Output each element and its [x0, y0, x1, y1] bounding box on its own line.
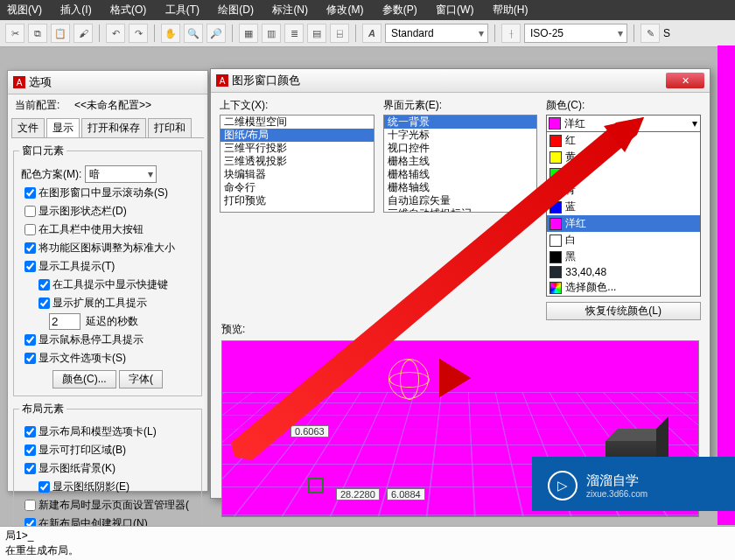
- menu-dim[interactable]: 标注(N): [272, 4, 308, 16]
- menu-tools[interactable]: 工具(T): [165, 4, 200, 16]
- zoom2-icon[interactable]: 🔎: [206, 24, 226, 43]
- new-icon[interactable]: ✂: [5, 24, 24, 43]
- element-item[interactable]: 自动追踪矢量: [384, 194, 537, 207]
- color-label: 颜色(C):: [546, 98, 701, 113]
- menu-insert[interactable]: 插入(I): [60, 4, 91, 16]
- menu-view[interactable]: 视图(V): [7, 4, 42, 16]
- chk-exttip[interactable]: 显示扩展的工具提示: [33, 295, 196, 312]
- menu-help[interactable]: 帮助(H): [493, 4, 528, 16]
- calc-icon[interactable]: ⌸: [330, 24, 349, 43]
- copy-icon[interactable]: ⧉: [28, 24, 47, 43]
- element-item[interactable]: 栅格主线: [384, 155, 537, 168]
- chk-status[interactable]: 显示图形状态栏(D): [19, 203, 196, 220]
- text-icon[interactable]: A: [362, 24, 382, 43]
- chk-shortcut[interactable]: 在工具提示中显示快捷键: [33, 276, 196, 293]
- color-scheme-dropdown[interactable]: 暗: [85, 165, 157, 183]
- element-column: 界面元素(E): 统一背景十字光标视口控件栅格主线栅格辅线栅格轴线自动追踪矢量三…: [383, 98, 538, 320]
- color-option[interactable]: 红: [547, 132, 700, 149]
- menu-bar: 视图(V) 插入(I) 格式(O) 工具(T) 绘图(D) 标注(N) 修改(M…: [0, 0, 735, 20]
- color-option[interactable]: 黑: [547, 248, 700, 265]
- undo-icon[interactable]: ↶: [106, 24, 125, 43]
- text-style-combo[interactable]: Standard: [385, 24, 488, 43]
- context-item[interactable]: 图纸/布局: [220, 129, 374, 142]
- menu-modify[interactable]: 修改(M): [326, 4, 363, 16]
- last-icon[interactable]: ✎: [640, 24, 660, 43]
- context-listbox[interactable]: 二维模型空间图纸/布局三维平行投影三维透视投影块编辑器命令行打印预览: [220, 115, 374, 213]
- window-elements-legend: 窗口元素: [19, 144, 66, 158]
- color-column: 颜色(C): 洋红 红黄绿青蓝洋红白黑33,40,48选择颜色... 恢复传统颜…: [546, 98, 701, 320]
- command-line[interactable]: 局1>_ 在重生成布局。: [0, 526, 735, 560]
- chk-tooltip[interactable]: 显示工具提示(T): [19, 258, 196, 275]
- context-item[interactable]: 打印预览: [220, 194, 374, 207]
- element-item[interactable]: 视口控件: [384, 142, 537, 155]
- element-item[interactable]: 十字光标: [384, 129, 537, 142]
- color-option[interactable]: 蓝: [547, 199, 700, 215]
- chk-paperbg[interactable]: 显示图纸背景(K): [19, 460, 196, 477]
- close-icon[interactable]: ✕: [666, 73, 704, 88]
- delay-label: 延迟的秒数: [86, 315, 138, 327]
- sheet-icon[interactable]: ▥: [262, 24, 281, 43]
- fonts-button[interactable]: 字体(: [119, 370, 163, 388]
- prop-icon[interactable]: ▤: [307, 24, 326, 43]
- colors-button[interactable]: 颜色(C)...: [52, 370, 116, 388]
- context-item[interactable]: 三维透视投影: [220, 155, 374, 168]
- tab-plot[interactable]: 打印和: [148, 118, 192, 137]
- context-item[interactable]: 三维平行投影: [220, 142, 374, 155]
- paste-icon[interactable]: 📋: [51, 24, 70, 43]
- current-profile-value: <<未命名配置>>: [74, 99, 151, 111]
- dim-style-combo[interactable]: ISO-25: [524, 24, 627, 43]
- color-option[interactable]: 黄: [547, 149, 700, 165]
- grid-icon[interactable]: ▦: [239, 24, 258, 43]
- tab-opensave[interactable]: 打开和保存: [81, 118, 146, 137]
- options-dialog: A 选项 当前配置: <<未命名配置>> 文件 显示 打开和保存 打印和 窗口元…: [7, 70, 208, 492]
- dim-icon[interactable]: ⟊: [501, 24, 521, 43]
- context-item[interactable]: 命令行: [220, 181, 374, 194]
- menu-format[interactable]: 格式(O): [110, 4, 146, 16]
- restore-colors-button[interactable]: 恢复传统颜色(L): [546, 302, 701, 320]
- color-combo-value: 洋红: [564, 116, 585, 131]
- menu-param[interactable]: 参数(P): [382, 4, 417, 16]
- play-icon: ▷: [548, 471, 578, 500]
- pan-icon[interactable]: ✋: [161, 24, 180, 43]
- watermark-text: 溜溜自学: [586, 472, 639, 487]
- color-option[interactable]: 绿: [547, 165, 700, 182]
- color-option[interactable]: 洋红: [547, 215, 700, 232]
- last-combo[interactable]: S: [663, 27, 670, 39]
- layer-icon[interactable]: ≣: [284, 24, 304, 43]
- delay-input[interactable]: [49, 313, 80, 330]
- menu-draw[interactable]: 绘图(D): [218, 4, 254, 16]
- chk-bigbtn[interactable]: 在工具栏中使用大按钮: [19, 221, 196, 238]
- color-option[interactable]: 白: [547, 232, 700, 248]
- tab-file[interactable]: 文件: [11, 118, 45, 137]
- context-item[interactable]: 块编辑器: [220, 168, 374, 181]
- swatch-icon: [550, 282, 562, 294]
- chk-layout-tabs[interactable]: 显示布局和模型选项卡(L): [19, 424, 196, 440]
- element-item[interactable]: 统一背景: [384, 116, 537, 129]
- color-option[interactable]: 33,40,48: [547, 265, 700, 279]
- chk-ribbon[interactable]: 将功能区图标调整为标准大小: [19, 240, 196, 256]
- redo-icon[interactable]: ↷: [129, 24, 148, 43]
- chk-printarea[interactable]: 显示可打印区域(B): [19, 442, 196, 458]
- color-option[interactable]: 选择颜色...: [547, 279, 700, 296]
- menu-window[interactable]: 窗口(W): [436, 4, 473, 16]
- element-item[interactable]: 栅格轴线: [384, 181, 537, 194]
- chk-papershadow[interactable]: 显示图纸阴影(E): [33, 479, 196, 495]
- chk-hovertip[interactable]: 显示鼠标悬停工具提示: [19, 332, 196, 348]
- color-option-label: 选择颜色...: [565, 280, 616, 295]
- watermark-url: zixue.3d66.com: [586, 489, 648, 499]
- tab-display[interactable]: 显示: [46, 118, 80, 137]
- chk-filetabs[interactable]: 显示文件选项卡(S): [19, 350, 196, 367]
- options-title: 选项: [29, 74, 52, 90]
- color-dropdown-list[interactable]: 红黄绿青蓝洋红白黑33,40,48选择颜色...: [546, 132, 701, 297]
- chk-scrollbar[interactable]: 在图形窗口中显示滚动条(S): [19, 185, 196, 201]
- zoom-icon[interactable]: 🔍: [184, 24, 203, 43]
- element-item[interactable]: 栅格辅线: [384, 168, 537, 181]
- element-listbox[interactable]: 统一背景十字光标视口控件栅格主线栅格辅线栅格轴线自动追踪矢量三维自动捕捉标记三维…: [383, 115, 538, 213]
- chk-pagesetup[interactable]: 新建布局时显示页面设置管理器(: [19, 497, 196, 514]
- color-combo[interactable]: 洋红: [546, 115, 701, 132]
- match-icon[interactable]: 🖌: [74, 24, 93, 43]
- context-item[interactable]: 二维模型空间: [220, 116, 374, 129]
- window-colors-dialog: A 图形窗口颜色 ✕ 上下文(X): 二维模型空间图纸/布局三维平行投影三维透视…: [210, 68, 710, 499]
- element-item[interactable]: 三维自动捕捉标记: [384, 207, 537, 213]
- color-option[interactable]: 青: [547, 182, 700, 199]
